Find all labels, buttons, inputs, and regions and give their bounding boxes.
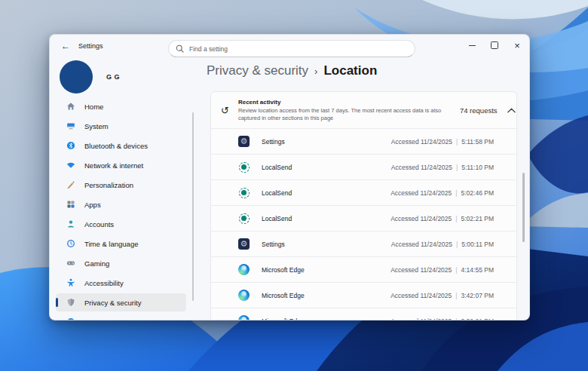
sidebar-item-gaming[interactable]: Gaming <box>56 254 186 272</box>
activity-row[interactable]: Microsoft Edge Accessed 11/24/2025 | 3:4… <box>211 282 516 308</box>
settings-app-icon: ⚙ <box>238 136 250 147</box>
sidebar-item-apps[interactable]: Apps <box>56 195 186 213</box>
request-count: 74 requests <box>460 106 498 115</box>
sidebar-item-accounts[interactable]: Accounts <box>56 215 186 233</box>
activity-date: Accessed 11/24/2025 <box>390 266 452 274</box>
content-scrollbar[interactable] <box>522 173 525 242</box>
activity-time: 3:42:07 PM <box>461 292 494 299</box>
sidebar-item-personalization[interactable]: Personalization <box>56 176 186 194</box>
activity-app-name: Settings <box>262 138 285 146</box>
activity-row[interactable]: Microsoft Edge Accessed 11/24/2025 | 3:3… <box>211 308 516 320</box>
activity-app-name: LocalSend <box>262 164 292 171</box>
activity-row[interactable]: LocalSend Accessed 11/24/2025 | 5:02:21 … <box>211 205 516 231</box>
titlebar: ← Settings × <box>50 35 529 57</box>
sidebar-item-privacy-security[interactable]: Privacy & security <box>56 293 186 311</box>
history-icon: ↺ <box>221 105 229 116</box>
window-body: G G Home System Bluetooth & devices Netw… <box>50 57 529 320</box>
activity-date: Accessed 11/24/2025 <box>391 138 452 146</box>
breadcrumb-parent[interactable]: Privacy & security <box>207 63 308 78</box>
activity-time: 5:11:58 PM <box>461 138 494 146</box>
activity-time: 5:02:21 PM <box>461 215 494 222</box>
app-title: Settings <box>78 35 103 57</box>
activity-time: 4:14:55 PM <box>461 266 494 274</box>
activity-date: Accessed 11/24/2025 <box>390 189 452 197</box>
activity-date: Accessed 11/24/2025 <box>390 292 452 299</box>
minimize-icon <box>469 45 476 46</box>
maximize-icon <box>491 41 498 49</box>
accounts-icon <box>66 219 75 228</box>
activity-app-name: Microsoft Edge <box>262 266 305 274</box>
date-time-separator: | <box>455 215 457 222</box>
profile-name: G G <box>106 73 120 81</box>
selected-accent-bar <box>56 298 58 307</box>
search-input[interactable] <box>168 40 415 57</box>
apps-icon <box>66 200 75 209</box>
activity-date: Accessed 11/24/2025 <box>390 317 452 321</box>
page-title: Location <box>323 63 377 78</box>
sidebar-item-accessibility[interactable]: Accessibility <box>56 274 186 292</box>
sidebar-nav: Home System Bluetooth & devices Network … <box>56 100 186 320</box>
edge-icon <box>238 315 250 320</box>
breadcrumb: Privacy & security › Location <box>207 63 377 78</box>
back-button[interactable]: ← <box>57 38 74 54</box>
sidebar-item-bluetooth-devices[interactable]: Bluetooth & devices <box>56 136 186 155</box>
content: Privacy & security › Location ↺ Recent a… <box>197 57 529 320</box>
chevron-up-icon <box>507 108 516 113</box>
privacy-security-icon <box>66 298 75 307</box>
date-time-separator: | <box>456 241 458 248</box>
date-time-separator: | <box>455 292 457 299</box>
search-box <box>168 40 415 57</box>
date-time-separator: | <box>455 189 457 197</box>
activity-time: 5:02:46 PM <box>461 189 494 197</box>
breadcrumb-separator-icon: › <box>314 66 317 77</box>
activity-time: 3:32:21 PM <box>461 317 494 321</box>
network-icon <box>66 161 75 170</box>
sidebar-scrollbar[interactable] <box>192 112 194 301</box>
minimize-button[interactable] <box>461 35 483 56</box>
caption-buttons: × <box>461 35 528 56</box>
date-time-separator: | <box>456 164 458 171</box>
activity-time: 5:11:10 PM <box>461 164 494 171</box>
localsend-icon <box>238 161 250 173</box>
sidebar-item-network-internet[interactable]: Network & internet <box>56 156 186 174</box>
system-icon <box>66 121 75 130</box>
edge-icon <box>238 264 250 275</box>
personalization-icon <box>66 180 75 189</box>
bluetooth-icon <box>66 141 75 150</box>
activity-row[interactable]: LocalSend Accessed 11/24/2025 | 5:02:46 … <box>211 179 516 205</box>
accessibility-icon <box>66 278 75 287</box>
activity-list: ⚙ Settings Accessed 11/24/2025 | 5:11:58… <box>211 128 516 320</box>
maximize-button[interactable] <box>483 35 506 56</box>
time-language-icon <box>66 239 75 248</box>
desktop: ← Settings × <box>0 0 588 371</box>
activity-row[interactable]: ⚙ Settings Accessed 11/24/2025 | 5:00:11… <box>211 231 516 256</box>
recent-activity-header[interactable]: ↺ Recent activity Review location access… <box>211 92 516 128</box>
recent-activity-card: ↺ Recent activity Review location access… <box>210 91 517 320</box>
sidebar-item-time-language[interactable]: Time & language <box>56 235 186 253</box>
avatar <box>60 60 93 94</box>
profile[interactable]: G G <box>60 60 120 94</box>
gaming-icon <box>66 259 75 268</box>
activity-row[interactable]: ⚙ Settings Accessed 11/24/2025 | 5:11:58… <box>211 128 516 154</box>
home-icon <box>66 102 75 111</box>
recent-activity-text: Recent activity Review location access f… <box>238 99 460 121</box>
localsend-icon <box>238 213 250 224</box>
date-time-separator: | <box>456 138 458 146</box>
localsend-icon <box>238 187 250 198</box>
sidebar-item-windows-update[interactable]: Windows Update <box>56 313 186 320</box>
activity-app-name: Settings <box>262 241 285 248</box>
sidebar: G G Home System Bluetooth & devices Netw… <box>50 57 197 320</box>
close-icon: × <box>514 41 520 51</box>
sidebar-item-home[interactable]: Home <box>56 100 186 115</box>
back-arrow-icon: ← <box>61 41 70 51</box>
activity-time: 5:00:11 PM <box>461 241 494 248</box>
activity-row[interactable]: Microsoft Edge Accessed 11/24/2025 | 4:1… <box>211 256 516 282</box>
settings-window: ← Settings × <box>49 34 530 320</box>
activity-row[interactable]: LocalSend Accessed 11/24/2025 | 5:11:10 … <box>211 154 516 179</box>
date-time-separator: | <box>455 266 457 274</box>
recent-activity-description: Review location access from the last 7 d… <box>238 107 460 121</box>
sidebar-item-system[interactable]: System <box>56 117 186 135</box>
close-button[interactable]: × <box>506 35 528 56</box>
recent-activity-title: Recent activity <box>238 99 460 106</box>
settings-app-icon: ⚙ <box>238 238 250 250</box>
